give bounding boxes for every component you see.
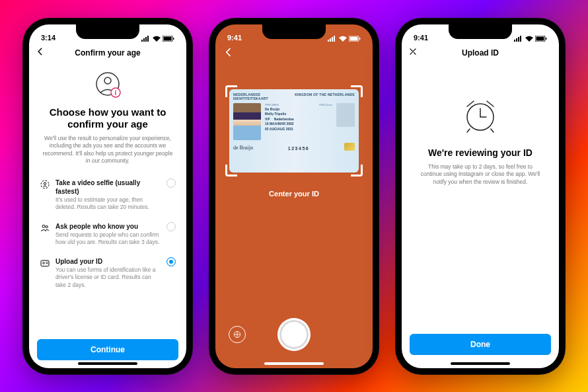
- id-given: Molly-Tripolis: [265, 112, 315, 117]
- shutter-button[interactable]: [277, 318, 311, 351]
- continue-button[interactable]: Continue: [37, 339, 178, 360]
- id-number: 123456: [288, 146, 309, 151]
- svg-rect-2: [145, 37, 147, 42]
- signal-icon: [328, 36, 337, 42]
- svg-point-8: [104, 77, 111, 84]
- clock-icon: [462, 98, 499, 136]
- svg-rect-22: [334, 36, 335, 42]
- svg-rect-19: [328, 40, 329, 42]
- svg-rect-35: [546, 38, 547, 40]
- svg-rect-5: [164, 36, 172, 40]
- phone-reviewing: 9:41 Upload ID: [395, 18, 566, 375]
- id-surname: De Bruijn: [265, 107, 315, 112]
- svg-rect-25: [359, 38, 361, 40]
- status-time: 3:14: [41, 34, 55, 42]
- id-dob: 10 MAA/MAR 2002: [265, 122, 315, 127]
- svg-rect-24: [350, 36, 358, 40]
- page-description: We'll use the result to personalize your…: [40, 135, 176, 165]
- svg-rect-3: [147, 36, 149, 42]
- signal-icon: [141, 36, 151, 42]
- svg-rect-1: [143, 38, 145, 42]
- status-time: 9:41: [227, 34, 242, 42]
- notch: [262, 24, 326, 39]
- option-title: Upload your ID: [55, 257, 163, 266]
- id-card-icon: [40, 258, 50, 268]
- svg-point-13: [42, 225, 45, 227]
- done-button[interactable]: Done: [410, 334, 551, 355]
- instruction-text: Center your ID: [269, 190, 319, 198]
- id-card: NEDERLANDSE IDENTITEITSKAART KINGDOM OF …: [229, 89, 359, 173]
- id-expiry: 02 AUG/AUG 2031: [265, 127, 315, 132]
- home-indicator[interactable]: [264, 362, 324, 365]
- option-title: Take a video selfie (usually fastest): [55, 178, 163, 196]
- svg-rect-21: [332, 37, 333, 42]
- clock-icon-wrap: [462, 98, 499, 138]
- nav-bar: Confirm your age: [29, 43, 186, 63]
- wifi-icon: [525, 36, 533, 42]
- radio-selected[interactable]: [166, 257, 176, 266]
- svg-line-41: [467, 129, 470, 132]
- status-icons: [141, 36, 174, 42]
- svg-rect-29: [514, 40, 515, 42]
- radio-unselected[interactable]: [166, 178, 176, 188]
- nav-title: Upload ID: [462, 48, 499, 58]
- id-frame: NEDERLANDSE IDENTITEITSKAART KINGDOM OF …: [229, 89, 359, 173]
- svg-rect-0: [141, 40, 143, 42]
- option-sub: It's used to estimate your age, then del…: [55, 196, 163, 212]
- id-doc-type: IDENTITEITSKAART: [233, 97, 268, 100]
- gallery-icon: [233, 330, 242, 339]
- svg-rect-32: [520, 36, 521, 42]
- battery-icon: [349, 36, 361, 42]
- phone-scan-id: 9:41 NEDERLANDSE IDENTITEITSKAART: [209, 18, 379, 375]
- option-upload-id[interactable]: Upload your ID You can use forms of iden…: [40, 252, 176, 294]
- svg-rect-6: [173, 38, 174, 40]
- id-country-en: KINGDOM OF THE NETHERLANDS: [295, 93, 355, 97]
- status-icons: [328, 36, 361, 42]
- notch: [449, 24, 512, 39]
- svg-point-12: [44, 182, 46, 184]
- option-sub: You can use forms of identification like…: [55, 266, 163, 289]
- svg-rect-20: [330, 38, 331, 42]
- gallery-button[interactable]: [229, 326, 246, 343]
- id-chip-icon: [344, 143, 355, 151]
- svg-rect-30: [516, 38, 517, 42]
- home-indicator[interactable]: [451, 362, 510, 365]
- back-button[interactable]: [223, 47, 234, 61]
- id-photo: [233, 103, 261, 140]
- back-button[interactable]: [36, 47, 45, 58]
- home-indicator[interactable]: [78, 362, 137, 365]
- svg-rect-34: [536, 36, 544, 40]
- camera-viewfinder: NEDERLANDSE IDENTITEITSKAART KINGDOM OF …: [215, 43, 373, 309]
- radio-unselected[interactable]: [166, 222, 176, 231]
- wifi-icon: [153, 36, 161, 42]
- chevron-left-icon: [223, 47, 234, 58]
- people-icon: [40, 223, 50, 233]
- id-nationality: Nederlandse: [274, 117, 294, 122]
- svg-point-14: [46, 225, 48, 227]
- phone-confirm-age: 3:14 Confirm your age i Choose how y: [22, 18, 193, 375]
- nav-bar: Upload ID: [402, 43, 559, 63]
- option-ask-people[interactable]: Ask people who know you Send requests to…: [40, 217, 176, 252]
- page-heading: Choose how you want to confirm your age: [40, 106, 176, 132]
- status-icons: [514, 36, 547, 42]
- svg-point-16: [43, 262, 45, 264]
- svg-text:i: i: [115, 89, 117, 97]
- chevron-left-icon: [36, 47, 45, 56]
- wifi-icon: [339, 36, 347, 42]
- option-video-selfie[interactable]: Take a video selfie (usually fastest) It…: [40, 173, 176, 217]
- signal-icon: [514, 36, 523, 42]
- id-signature: de Bruijn: [233, 145, 253, 151]
- option-title: Ask people who know you: [55, 222, 163, 231]
- hero-icon-wrap: i: [29, 69, 186, 102]
- id-gender: V/F: [265, 117, 270, 122]
- video-selfie-icon: [40, 179, 50, 190]
- page-heading: We're reviewing your ID: [428, 147, 533, 158]
- battery-icon: [163, 36, 174, 42]
- close-icon: [408, 47, 418, 56]
- svg-line-42: [491, 129, 494, 132]
- id-ghost-photo: [336, 103, 355, 127]
- option-sub: Send requests to people who can confirm …: [55, 231, 163, 247]
- close-button[interactable]: [408, 47, 418, 58]
- profile-info-icon: i: [91, 69, 124, 102]
- svg-rect-31: [518, 37, 519, 42]
